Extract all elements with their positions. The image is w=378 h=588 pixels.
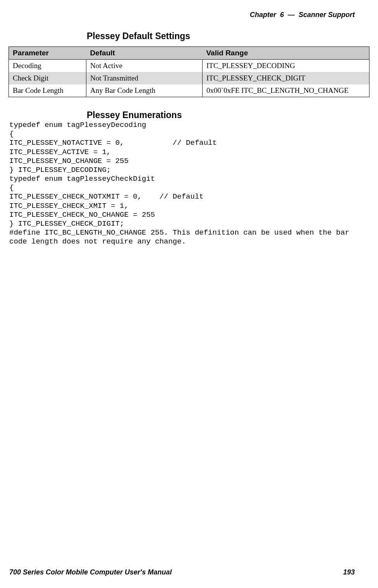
table-row: Decoding Not Active ITC_PLESSEY_DECODING (9, 60, 369, 72)
cell-default: Any Bar Code Length (86, 84, 203, 97)
col-header-parameter: Parameter (9, 47, 86, 60)
manual-title: 700 Series Color Mobile Computer User's … (9, 568, 172, 576)
code-block: typedef enum tagPlesseyDecoding { ITC_PL… (9, 121, 369, 246)
settings-table: Parameter Default Valid Range Decoding N… (9, 46, 369, 97)
chapter-title: Scanner Support (299, 11, 355, 19)
chapter-number: 6 (280, 11, 284, 19)
cell-valid-range: ITC_PLESSEY_DECODING (203, 60, 369, 72)
cell-default: Not Active (86, 60, 203, 72)
cell-parameter: Decoding (9, 60, 86, 72)
cell-valid-range: ITC_PLESSEY_CHECK_DIGIT (203, 72, 369, 84)
chapter-label: Chapter (250, 11, 276, 19)
cell-parameter: Bar Code Length (9, 84, 86, 97)
cell-default: Not Transmitted (86, 72, 203, 84)
running-header: Chapter 6 — Scanner Support (250, 11, 355, 19)
cell-parameter: Check Digit (9, 72, 86, 84)
table-row: Check Digit Not Transmitted ITC_PLESSEY_… (9, 72, 369, 84)
page-number: 193 (343, 568, 355, 576)
header-separator: — (288, 11, 295, 19)
settings-table-wrap: Parameter Default Valid Range Decoding N… (9, 46, 369, 97)
table-row: Bar Code Length Any Bar Code Length 0x00… (9, 84, 369, 97)
section-heading-enumerations: Plessey Enumerations (87, 110, 182, 120)
table-header-row: Parameter Default Valid Range (9, 47, 369, 60)
section-heading-settings: Plessey Default Settings (87, 31, 190, 41)
col-header-default: Default (86, 47, 203, 60)
col-header-valid-range: Valid Range (203, 47, 369, 60)
running-footer: 700 Series Color Mobile Computer User's … (9, 568, 355, 576)
cell-valid-range: 0x00`0xFE ITC_BC_LENGTH_NO_CHANGE (203, 84, 369, 97)
